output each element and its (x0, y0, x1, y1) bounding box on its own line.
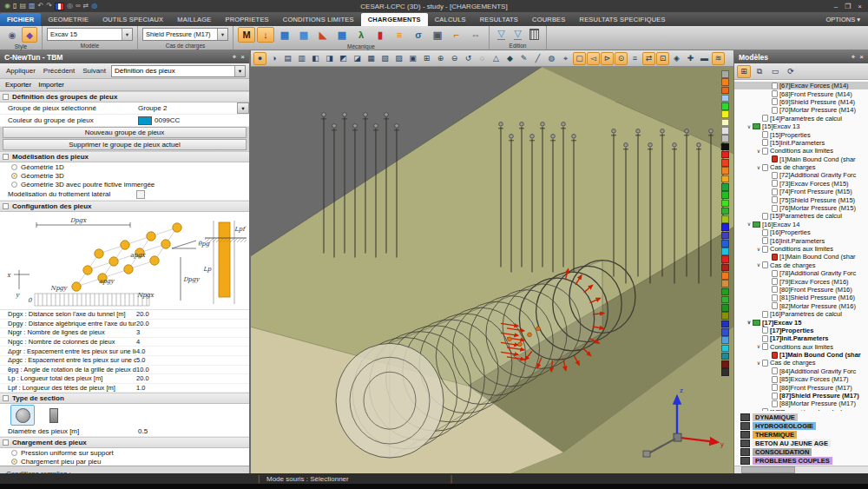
tree-item[interactable]: [17]Properties (734, 327, 868, 334)
restore-icon[interactable]: ❐ (845, 3, 851, 10)
parameter-value[interactable]: 4.0 (136, 347, 145, 355)
menu-tab-fichier[interactable]: FICHIER (0, 13, 41, 26)
tree-item[interactable]: [16]Paramètres de calcul (734, 310, 868, 318)
point-load-icon[interactable]: ↓ (257, 27, 274, 43)
tree-item[interactable]: [15]Paramètres de calcul (734, 212, 868, 220)
tree-item[interactable]: [75]Shield Pressure (M15) (734, 195, 868, 203)
close-icon[interactable]: × (859, 53, 864, 62)
radio-icon[interactable] (11, 173, 17, 179)
tree-item[interactable]: [86]Front Pressure (M17) (734, 383, 868, 391)
palette-color-29[interactable] (721, 304, 729, 312)
palette-color-16[interactable] (721, 200, 729, 208)
radio-icon[interactable] (11, 182, 17, 188)
chevron-down-icon[interactable]: ▼ (217, 29, 227, 40)
palette-color-36[interactable] (721, 360, 729, 368)
tree-item[interactable]: [74]Front Pressure (M15) (734, 188, 868, 195)
3d-scene[interactable]: z y (251, 67, 733, 473)
tree-item[interactable]: [1]Main Bound Cond (shar (734, 155, 868, 163)
viewport-tool-icon-5[interactable]: ◨ (323, 52, 336, 65)
palette-color-27[interactable] (721, 288, 729, 296)
menu-tab-calculs[interactable]: CALCULS (428, 13, 473, 26)
viewport-tool-icon-2[interactable]: ▤ (281, 52, 294, 65)
link-icon[interactable]: ∞ (76, 2, 81, 10)
palette-color-3[interactable] (721, 95, 729, 102)
redo-icon[interactable]: ↷ (46, 2, 52, 10)
tree-item[interactable]: [79]Excav Forces (M16) (734, 277, 868, 285)
viewport-tool-icon-1[interactable]: ◑ (267, 52, 280, 65)
chevron-down-icon[interactable]: ▼ (234, 66, 245, 76)
category-dynamique[interactable]: DYNAMIQUE (734, 413, 868, 421)
section-chargement-header[interactable]: Chargement des pieux (0, 437, 249, 448)
link-models-icon[interactable]: ⧉ (753, 65, 766, 78)
tree-item[interactable]: [16]Properties (734, 228, 868, 236)
import-button[interactable]: Importer (38, 81, 64, 89)
radio-icon[interactable] (11, 459, 17, 465)
palette-color-26[interactable] (721, 280, 729, 287)
viewport-tool-icon-25[interactable]: ⊳ (601, 52, 614, 65)
tree-item[interactable]: [14]Paramètres de calcul (734, 115, 868, 122)
tree-item[interactable]: ∨[16]Excav 14 (734, 221, 868, 228)
palette-color-13[interactable] (721, 175, 729, 183)
pin-icon[interactable]: ⌖ (852, 53, 856, 62)
viewport-tool-icon-15[interactable]: ↺ (462, 52, 475, 65)
viewport-tool-icon-13[interactable]: ⊕ (434, 52, 447, 65)
radio-option[interactable]: Pression uniforme sur support (0, 448, 249, 457)
palette-color-6[interactable] (721, 119, 729, 127)
palette-color-19[interactable] (721, 223, 729, 231)
section-type-header[interactable]: Type de section (0, 393, 249, 404)
group-color-swatch[interactable] (138, 116, 152, 125)
tree-item[interactable]: ∨Conditions aux limites (734, 245, 868, 253)
menu-tab-geometrie[interactable]: GEOMETRIE (41, 13, 95, 26)
pin-icon[interactable]: ⌖ (233, 53, 237, 62)
viewport-tool-icon-10[interactable]: ▨ (392, 52, 405, 65)
tree-item[interactable]: ∨[15]Excav 13 (734, 122, 868, 130)
chevron-down-icon[interactable]: ∨ (746, 319, 753, 326)
menu-tab-outils-speciaux[interactable]: OUTILS SPECIAUX (95, 13, 170, 26)
tree-item[interactable]: [15]Init.Parameters (734, 139, 868, 147)
tree-item[interactable]: [1]Main Bound Cond (shar (734, 253, 868, 261)
phreatic-level-icon[interactable]: ▽ (494, 28, 509, 42)
anchor-load-icon[interactable]: ⌐ (448, 27, 465, 43)
tree-item[interactable]: [87]Shield Pressure (M17) (734, 392, 868, 400)
tree-item[interactable]: [80]Front Pressure (M16) (734, 286, 868, 294)
chevron-down-icon[interactable]: ∨ (755, 148, 762, 155)
category-problemes-couples[interactable]: PROBLEMES COUPLES (734, 456, 868, 465)
chevron-down-icon[interactable]: ∨ (755, 164, 762, 171)
palette-color-23[interactable] (721, 255, 729, 263)
menu-tab-chargements[interactable]: CHARGEMENTS (361, 13, 428, 26)
palette-color-25[interactable] (721, 272, 729, 280)
open-icon[interactable]: ▤ (19, 2, 26, 10)
palette-color-35[interactable] (721, 353, 729, 360)
palette-color-4[interactable] (721, 102, 729, 110)
tree-item[interactable]: [72]Additional Gravity Forc (734, 171, 868, 179)
section-groupes-header[interactable]: Définition des groupes de pieux (0, 91, 249, 102)
viewport-tool-icon-9[interactable]: ▧ (378, 52, 391, 65)
palette-color-18[interactable] (721, 215, 729, 223)
palette-color-21[interactable] (721, 240, 729, 248)
tree-item[interactable]: [85]Excav Forces (M17) (734, 375, 868, 383)
parameter-value[interactable]: 5.0 (136, 356, 145, 364)
palette-color-24[interactable] (721, 264, 729, 272)
save-icon[interactable]: ▥ (29, 2, 36, 10)
palette-color-32[interactable] (721, 328, 729, 336)
tree-item[interactable]: [84]Additional Gravity Forc (734, 367, 868, 375)
palette-color-15[interactable] (721, 191, 729, 199)
tree-item[interactable]: [81]Shield Pressure (M16) (734, 294, 868, 301)
tree-item[interactable]: ∨Cas de charges (734, 359, 868, 367)
stratum-load-icon[interactable]: ≡ (391, 27, 408, 43)
parameter-value[interactable]: 20.0 (136, 310, 149, 318)
chevron-down-icon[interactable]: ∨ (755, 261, 762, 268)
viewport-tool-icon-8[interactable]: ▦ (365, 52, 378, 65)
mode-wireframe-icon[interactable]: ◉ (4, 27, 20, 43)
tree-item[interactable]: [16]Init.Parameters (734, 236, 868, 244)
chevron-down-icon[interactable]: ∨ (746, 221, 753, 228)
tree-item[interactable]: [68]Front Pressure (M14) (734, 89, 868, 97)
tree-item[interactable]: ∨[17]Excav 15 (734, 318, 868, 326)
viewport-tool-icon-29[interactable]: ⊡ (656, 52, 669, 65)
info-icon[interactable]: ◍ (91, 2, 97, 10)
viewport-tool-icon-7[interactable]: ◪ (351, 52, 364, 65)
viewport-tool-icon-28[interactable]: ⇄ (642, 52, 655, 65)
viewport-tool-icon-12[interactable]: ⊞ (420, 52, 433, 65)
menu-tab-resultats-specifiques[interactable]: RESULTATS SPECIFIQUES (573, 13, 673, 26)
category-thermique[interactable]: THERMIQUE (734, 430, 868, 439)
